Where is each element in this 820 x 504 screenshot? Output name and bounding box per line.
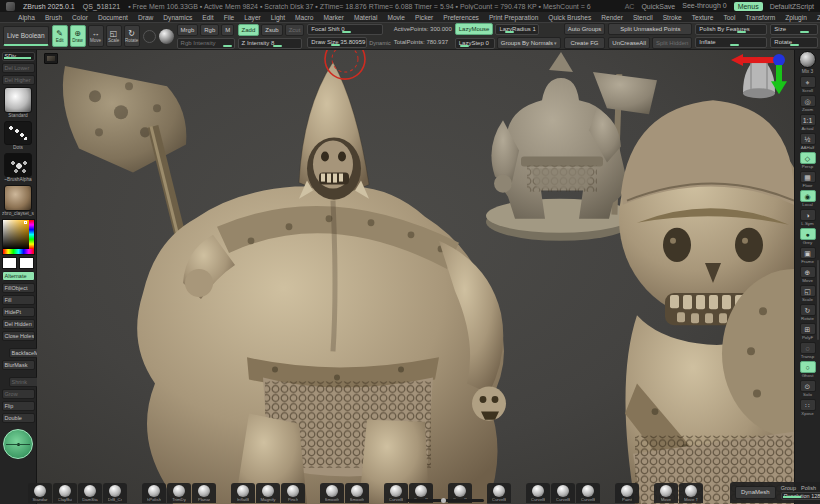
rotate-slider[interactable]: Rotate — [770, 37, 818, 48]
draw-size-slider[interactable]: Draw Size 35.80959 — [307, 37, 367, 48]
default-zscript-button[interactable]: DefaultZScript — [770, 3, 814, 10]
tray-brush[interactable]: Move — [654, 483, 678, 503]
right-shelf-button[interactable]: ▣ Frame — [798, 247, 818, 265]
right-shelf-button[interactable]: ▦ Floor — [798, 171, 818, 189]
camera-gizmo[interactable] — [743, 57, 775, 98]
create-fg-button[interactable]: Create FG — [564, 37, 606, 49]
menu-item[interactable]: Macro — [291, 14, 317, 21]
focal-shift-slider[interactable]: Focal Shift 0 — [307, 24, 383, 35]
right-shelf-button[interactable]: ⊙ Solo — [798, 380, 818, 398]
color-picker[interactable] — [2, 219, 35, 255]
transform-mode-button[interactable]: ◱ Scale — [106, 25, 122, 47]
split-hidden-button[interactable]: Split Hidden — [652, 37, 692, 49]
tray-brush[interactable]: CurveB — [487, 483, 511, 503]
right-shelf-button[interactable]: ◌ Transp — [798, 342, 818, 360]
menu-item[interactable]: Preferences — [439, 14, 483, 21]
right-shelf-button[interactable]: ◇ Persp — [798, 152, 818, 170]
tray-brush[interactable]: DrB_Cr — [103, 483, 127, 503]
tray-brush[interactable]: Move T — [679, 483, 703, 503]
current-alpha-thumb[interactable]: ~BrushAlpha — [3, 153, 33, 183]
del-higher-button[interactable]: Del Higher — [2, 75, 35, 85]
lazy-step-slider[interactable]: LazyStep 0 — [455, 38, 495, 49]
right-shelf-button[interactable]: ↻ Rotate — [798, 304, 818, 322]
transform-mode-button[interactable]: ⊕ Draw — [70, 25, 86, 47]
left-shelf-button[interactable]: Double — [2, 413, 35, 423]
menu-item[interactable]: Transform — [741, 14, 779, 21]
polish-by-features-slider[interactable]: Polish By Features — [695, 24, 767, 35]
tray-brush[interactable]: Magnify — [256, 483, 280, 503]
size-slider[interactable]: Size — [770, 24, 818, 35]
right-shelf-button[interactable]: ⊕ Move — [798, 266, 818, 284]
current-brush-thumb[interactable]: Standard — [3, 87, 33, 119]
menu-item[interactable]: Light — [267, 14, 289, 21]
brush-preview-sphere-icon[interactable] — [159, 29, 174, 44]
dynamesh-polish-toggle[interactable]: Polish — [801, 485, 816, 491]
tray-brush[interactable]: DamSta — [78, 483, 102, 503]
left-shelf-button[interactable]: Close Holes — [2, 331, 35, 341]
saturation-value-area[interactable] — [3, 220, 29, 249]
sdiv-slider[interactable]: SDiv — [2, 52, 35, 61]
quicksave-button[interactable]: QuickSave — [641, 3, 675, 10]
right-shelf-button[interactable]: ● Grey — [798, 228, 818, 246]
transform-mode-button[interactable]: ↻ Rotate — [124, 25, 140, 47]
canvas-thumbnail-icon[interactable] — [44, 53, 58, 64]
tray-brush[interactable]: Planar — [192, 483, 216, 503]
tray-brush[interactable]: Pinch — [281, 483, 305, 503]
menu-item[interactable]: File — [220, 14, 239, 21]
dynamic-label[interactable]: Dynamic — [369, 40, 390, 46]
dynamesh-group-toggle[interactable]: Group — [781, 485, 796, 491]
menu-item[interactable]: Layer — [240, 14, 265, 21]
hue-strip-horizontal[interactable] — [3, 249, 34, 254]
lazymouse-button[interactable]: LazyMouse — [455, 23, 494, 35]
mrgb-button[interactable]: Mrgb — [177, 24, 199, 36]
left-shelf-button[interactable]: Flip — [2, 401, 35, 411]
right-shelf-button[interactable]: ½ AAHalf — [798, 133, 818, 151]
tray-brush[interactable]: Paint — [615, 483, 639, 503]
right-shelf-button[interactable]: ◑ L.Sym — [798, 209, 818, 227]
tray-brush[interactable]: Smooth — [320, 483, 344, 503]
tray-brush[interactable]: InflatB — [231, 483, 255, 503]
secondary-color-swatch[interactable] — [19, 257, 34, 269]
right-shelf-button[interactable]: ◉ Local — [798, 190, 818, 208]
right-shelf-button[interactable]: 1:1 Actual — [798, 114, 818, 132]
tray-brush[interactable]: ClayBui — [53, 483, 77, 503]
z-intensity-slider[interactable]: Z Intensity 8 — [238, 38, 302, 49]
zsub-button[interactable]: Zsub — [261, 24, 282, 36]
groups-by-normals-dropdown[interactable]: Groups By Normals▾ — [497, 37, 561, 49]
menu-item[interactable]: Document — [94, 14, 132, 21]
right-shelf-button[interactable]: ∷ Xpose — [798, 399, 818, 417]
left-shelf-button[interactable]: BlurMask — [2, 360, 35, 370]
inflate-slider[interactable]: Inflate — [695, 37, 767, 48]
tray-brush[interactable]: Smooth — [345, 483, 369, 503]
menu-item[interactable]: Dynamics — [159, 14, 196, 21]
menu-item[interactable]: Color — [68, 14, 92, 21]
menu-item[interactable]: Stencil — [629, 14, 657, 21]
menu-item[interactable]: Zplugin — [781, 14, 811, 21]
tray-brush[interactable]: CurveB — [551, 483, 575, 503]
menu-item[interactable]: Stroke — [659, 14, 686, 21]
stroke-preview-icon[interactable] — [143, 30, 156, 43]
tray-brush[interactable]: TrimDy — [167, 483, 191, 503]
menu-item[interactable]: Marker — [319, 14, 348, 21]
zcut-button[interactable]: Zcut — [285, 24, 305, 36]
dynamesh-button[interactable]: DynaMesh — [735, 486, 776, 499]
left-shelf-button[interactable]: FillObject — [2, 283, 35, 293]
menu-item[interactable]: Edit — [198, 14, 217, 21]
live-boolean-button[interactable]: Live Boolean — [3, 26, 49, 46]
split-unmasked-points-button[interactable]: Split Unmasked Points — [608, 23, 692, 35]
rgb-intensity-slider[interactable]: Rgb Intensity — [177, 38, 235, 49]
normal-sphere-widget[interactable] — [3, 429, 33, 459]
zadd-button[interactable]: Zadd — [238, 24, 260, 36]
resolution-slider[interactable]: Resolution 128 — [781, 492, 820, 500]
rgb-button[interactable]: Rgb — [200, 24, 219, 36]
left-shelf-button[interactable]: HidePt — [2, 307, 35, 317]
right-shelf-button[interactable]: ⌖ Scroll — [798, 76, 818, 94]
right-shelf-button[interactable]: ◱ Scale — [798, 285, 818, 303]
auto-groups-button[interactable]: Auto Groups — [564, 23, 606, 35]
menu-item[interactable]: Brush — [41, 14, 66, 21]
menu-item[interactable]: Quick Brushes — [544, 14, 595, 21]
uncrease-all-button[interactable]: UnCreaseAll — [608, 37, 650, 49]
left-shelf-button[interactable]: Del Hidden — [2, 319, 35, 329]
right-shelf-scrollbar[interactable] — [817, 260, 819, 340]
menu-item[interactable]: Zscript — [813, 14, 820, 21]
